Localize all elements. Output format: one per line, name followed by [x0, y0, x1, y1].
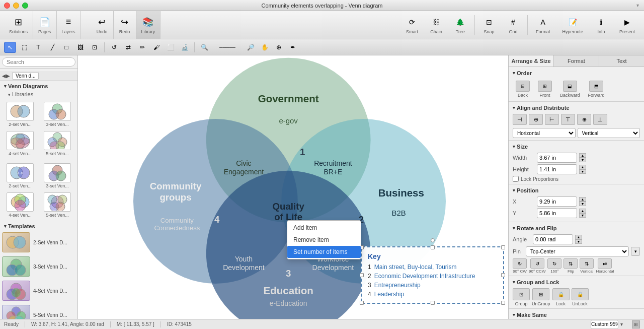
align-center-h[interactable]: ⊕ — [529, 114, 543, 125]
vertical-dropdown[interactable]: Vertical — [578, 128, 640, 138]
backward-button[interactable]: ⬓ Backward — [557, 79, 583, 99]
width-input[interactable] — [537, 153, 577, 163]
shape-tool[interactable]: □ — [60, 42, 72, 53]
pages-button[interactable]: 📄 Pages — [33, 11, 57, 39]
ctx-set-number[interactable]: Set number of items — [287, 246, 361, 258]
zoom-in-tool[interactable]: 🔍 — [198, 42, 210, 53]
format-right-button[interactable]: A Format — [531, 14, 555, 36]
zoom-out-tool[interactable]: 🔎 — [245, 42, 257, 53]
rotate-90ccw[interactable]: ↺ 90° CCW — [529, 258, 545, 274]
nav-forward[interactable]: ▶ — [6, 73, 10, 79]
connect-tool[interactable]: ⊕ — [273, 42, 285, 53]
text-tool[interactable]: T — [32, 42, 44, 53]
eraser-tool[interactable]: ⬜ — [165, 42, 177, 53]
sidebar-subsection-libraries[interactable]: Libraries — [0, 90, 77, 98]
width-stepper[interactable]: ▲ ▼ — [579, 153, 586, 162]
height-up[interactable]: ▲ — [579, 165, 586, 169]
x-stepper[interactable]: ▲ ▼ — [579, 197, 586, 206]
height-stepper[interactable]: ▲ ▼ — [579, 165, 586, 174]
horizontal-dropdown[interactable]: Horizontal — [513, 128, 576, 138]
angle-down[interactable]: ▼ — [575, 239, 582, 244]
pin-dropdown-btn[interactable]: ▾ — [631, 247, 640, 256]
thumbnail-4set[interactable]: 4-set Ven... — [2, 129, 38, 158]
pencil-tool[interactable]: ✏ — [136, 42, 148, 53]
minimize-button[interactable] — [13, 3, 19, 9]
tab-arrange-size[interactable]: Arrange & Size — [509, 55, 554, 67]
thumbnail-5set[interactable]: 5-set Ven... — [39, 129, 75, 158]
align-left[interactable]: ⊣ — [513, 114, 527, 125]
dropper-tool[interactable]: 🔬 — [179, 42, 191, 53]
title-dropdown-icon[interactable]: ▾ — [636, 3, 639, 8]
height-down[interactable]: ▼ — [579, 169, 586, 174]
ctx-remove-item[interactable]: Remove item — [287, 234, 361, 246]
search-input[interactable] — [2, 57, 75, 67]
canvas-nav-tab[interactable]: Venn d... — [12, 72, 39, 80]
zoom-input[interactable] — [591, 320, 618, 329]
brush-tool[interactable]: 🖌 — [150, 42, 163, 53]
thumbnail-3set[interactable]: 3-set Ven... — [39, 100, 75, 128]
rotate-160[interactable]: ↻ 160° — [547, 258, 561, 274]
flip-btn[interactable]: ⇅ Flip — [564, 258, 578, 274]
info-button[interactable]: ℹ Info — [590, 14, 612, 36]
thumbnail-4set-b[interactable]: 4-set Ven... — [2, 191, 38, 219]
y-input[interactable] — [537, 208, 577, 218]
sidebar-section-templates[interactable]: Templates — [0, 221, 77, 230]
tab-text[interactable]: Text — [599, 55, 644, 67]
flip-vertical[interactable]: ⇅ Vertical — [580, 258, 594, 274]
template-5set[interactable]: 5-Set Venn D... — [0, 303, 77, 319]
back-button[interactable]: ⊟ Back — [513, 79, 533, 99]
key-box[interactable]: Key 1 Main street, Buy-local, Tourism 2 … — [361, 246, 504, 304]
align-top[interactable]: ⊤ — [561, 114, 575, 125]
thumbnail-2set[interactable]: 2-set Ven... — [2, 100, 38, 128]
redo-button[interactable]: ↪ Redo — [114, 11, 136, 39]
pin-select[interactable]: Top-Center Top-Left Top-Right Center Bot… — [526, 246, 629, 256]
sidebar-section-venn[interactable]: Venn Diagrams — [0, 81, 77, 90]
forward-button[interactable]: ⬒ Forward — [585, 79, 608, 99]
flip-horizontal[interactable]: ⇄ Horizontal — [596, 258, 614, 274]
angle-stepper[interactable]: ▲ ▼ — [575, 235, 582, 244]
x-down[interactable]: ▼ — [579, 202, 586, 206]
maximize-button[interactable] — [22, 3, 28, 9]
lock-checkbox[interactable] — [513, 176, 519, 182]
angle-up[interactable]: ▲ — [575, 235, 582, 239]
line-tool[interactable]: ╱ — [46, 42, 58, 53]
y-stepper[interactable]: ▲ ▼ — [579, 209, 586, 218]
rotate-90cw[interactable]: ↻ 90° CW — [513, 258, 527, 274]
ctx-add-item[interactable]: Add item — [287, 222, 361, 234]
align-right[interactable]: ⊢ — [545, 114, 559, 125]
canvas-area[interactable]: Government e-gov Business B2B Community … — [78, 55, 508, 319]
layers-button[interactable]: ≡ Layers — [57, 11, 81, 39]
height-input[interactable] — [537, 164, 577, 174]
tree-button[interactable]: 🌲 Tree — [449, 14, 471, 36]
hand-tool[interactable]: ✋ — [259, 42, 271, 53]
lasso-tool[interactable]: ⬚ — [18, 42, 30, 53]
template-3set[interactable]: 3-Set Venn D... — [0, 254, 77, 279]
align-middle-v[interactable]: ⊕ — [577, 114, 591, 125]
y-up[interactable]: ▲ — [579, 209, 586, 213]
chain-button[interactable]: ⛓ Chain — [425, 14, 447, 36]
present-button[interactable]: ▶ Present — [614, 14, 640, 36]
rotation-handle[interactable] — [431, 238, 435, 242]
rotate-tool[interactable]: ↺ — [108, 42, 120, 53]
align-bottom[interactable]: ⊥ — [593, 114, 607, 125]
angle-input[interactable] — [533, 234, 573, 244]
close-button[interactable] — [4, 3, 10, 9]
ungroup-button[interactable]: ⊞ UnGroup — [532, 288, 550, 306]
crop-tool[interactable]: ⊡ — [89, 42, 101, 53]
tab-format[interactable]: Format — [554, 55, 599, 67]
snap-button[interactable]: ⊡ Snap — [478, 14, 500, 36]
pen-tool[interactable]: ✒ — [287, 42, 299, 53]
group-button[interactable]: ⊡ Group — [513, 288, 530, 306]
image-tool[interactable]: 🖼 — [74, 42, 87, 53]
library-button[interactable]: 📚 Library — [136, 11, 161, 39]
width-down[interactable]: ▼ — [579, 158, 586, 162]
undo-button[interactable]: ↩ Undo — [91, 11, 114, 39]
nav-back[interactable]: ◀ — [2, 73, 6, 79]
hypernote-button[interactable]: 📝 Hypernote — [557, 14, 588, 36]
template-2set[interactable]: 2-Set Venn D... — [0, 230, 77, 254]
fullscreen-button[interactable]: ⊞ — [632, 320, 640, 328]
x-up[interactable]: ▲ — [579, 197, 586, 202]
flip-tool[interactable]: ⇄ — [122, 42, 134, 53]
zoom-slider[interactable]: ───── — [212, 42, 243, 53]
solutions-button[interactable]: ⊞ Solutions — [4, 11, 33, 39]
